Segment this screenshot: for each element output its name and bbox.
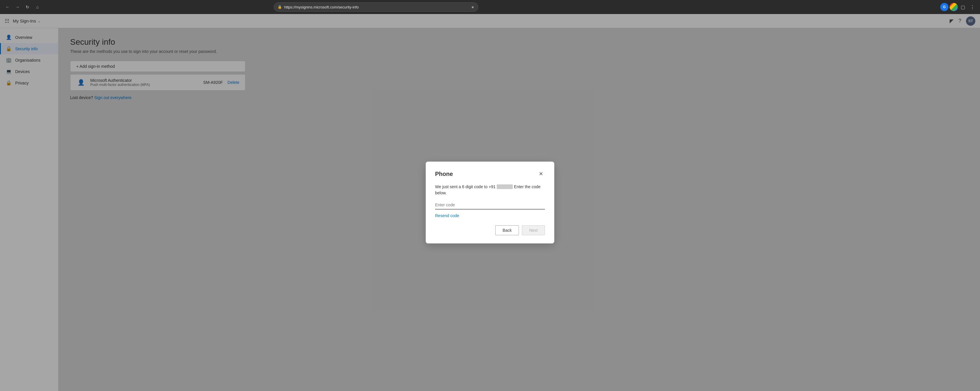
extensions-button[interactable]: ▢ xyxy=(959,3,967,11)
next-button[interactable]: Next xyxy=(522,225,545,235)
dialog-body-prefix: We just sent a 6 digit code to +91 xyxy=(435,184,496,189)
dialog-close-button[interactable]: ✕ xyxy=(537,170,545,178)
modal-overlay: Phone ✕ We just sent a 6 digit code to +… xyxy=(0,14,980,391)
url-text: https://mysignins.microsoft.com/security… xyxy=(284,5,359,10)
back-button[interactable]: ← xyxy=(3,3,12,11)
browser-chrome: ← → ↻ ⌂ 🔒 https://mysignins.microsoft.co… xyxy=(0,0,980,14)
dialog-header: Phone ✕ xyxy=(435,170,545,178)
menu-button[interactable]: ⋮ xyxy=(968,3,977,11)
back-button[interactable]: Back xyxy=(495,225,519,235)
phone-dialog: Phone ✕ We just sent a 6 digit code to +… xyxy=(426,162,554,243)
profile-avatar-1[interactable]: G xyxy=(940,3,948,11)
nav-buttons: ← → ↻ ⌂ xyxy=(3,3,41,11)
star-icon: ★ xyxy=(471,5,474,10)
home-button[interactable]: ⌂ xyxy=(33,3,41,11)
profile-avatar-multi[interactable] xyxy=(950,3,958,11)
dialog-phone-redacted xyxy=(497,184,513,189)
address-bar[interactable]: 🔒 https://mysignins.microsoft.com/securi… xyxy=(274,2,478,12)
forward-button[interactable]: → xyxy=(13,3,22,11)
resend-code-link[interactable]: Resend code xyxy=(435,213,459,218)
refresh-button[interactable]: ↻ xyxy=(23,3,32,11)
code-input[interactable] xyxy=(435,201,545,210)
dialog-title: Phone xyxy=(435,171,453,177)
browser-actions: G ▢ ⋮ xyxy=(940,3,977,11)
dialog-body: We just sent a 6 digit code to +91 Enter… xyxy=(435,184,545,196)
security-icon: 🔒 xyxy=(278,5,282,9)
dialog-footer: Back Next xyxy=(435,225,545,235)
